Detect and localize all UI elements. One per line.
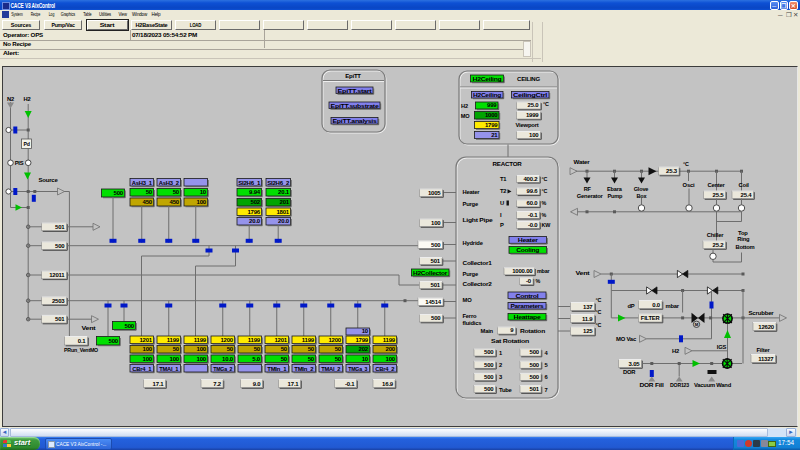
- svg-text:TMGa_3: TMGa_3: [348, 366, 367, 372]
- svg-text:T2: T2: [500, 188, 506, 194]
- svg-text:Purge: Purge: [463, 271, 479, 277]
- svg-text:CEILING: CEILING: [517, 76, 541, 82]
- svg-text:Pump: Pump: [607, 193, 623, 199]
- svg-text:1199: 1199: [302, 337, 315, 343]
- svg-text:Vent: Vent: [576, 270, 590, 276]
- svg-text:°C: °C: [596, 297, 602, 303]
- svg-text:500: 500: [530, 374, 540, 380]
- svg-text:3: 3: [499, 374, 503, 380]
- svg-text:450: 450: [170, 199, 180, 205]
- svg-text:1199: 1199: [383, 337, 396, 343]
- svg-text:7.2: 7.2: [213, 381, 222, 387]
- svg-text:TMAl_1: TMAl_1: [159, 366, 178, 372]
- svg-text:200: 200: [386, 346, 396, 352]
- svg-text:RF: RF: [584, 186, 592, 192]
- svg-text:Help: Help: [152, 11, 161, 17]
- svg-text:07/18/2023 05:54:52 PM: 07/18/2023 05:54:52 PM: [132, 32, 198, 38]
- svg-text:500: 500: [530, 362, 540, 368]
- svg-text:Scrubber: Scrubber: [749, 310, 775, 316]
- svg-text:17.1: 17.1: [153, 381, 165, 387]
- svg-text:N2: N2: [7, 96, 14, 102]
- svg-text:Graphics: Graphics: [61, 11, 76, 17]
- svg-text:FILTER: FILTER: [641, 315, 661, 321]
- svg-text:AsH3_2: AsH3_2: [159, 180, 179, 186]
- svg-text:Utilities: Utilities: [99, 11, 111, 17]
- svg-text:IGS: IGS: [717, 344, 727, 350]
- svg-text:60.0: 60.0: [527, 200, 539, 206]
- svg-text:0.0: 0.0: [652, 302, 661, 308]
- svg-text:%: %: [542, 212, 547, 218]
- svg-text:H2Ceiling: H2Ceiling: [473, 76, 503, 82]
- svg-text:TMGa_2: TMGa_2: [213, 366, 232, 372]
- svg-text:Sources: Sources: [11, 22, 31, 28]
- svg-text:Cooling: Cooling: [516, 247, 540, 253]
- svg-text:Window: Window: [132, 11, 147, 17]
- svg-text:1: 1: [499, 350, 503, 356]
- svg-text:EpiTT: EpiTT: [345, 73, 361, 79]
- svg-text:100: 100: [529, 132, 539, 138]
- svg-text:Start: Start: [100, 22, 115, 28]
- svg-text:Pd: Pd: [23, 141, 29, 147]
- svg-text:H2Ceiling: H2Ceiling: [473, 92, 501, 98]
- svg-text:25.5: 25.5: [713, 192, 725, 198]
- svg-text:500: 500: [431, 242, 441, 248]
- svg-text:50: 50: [254, 346, 261, 352]
- svg-text:9.0: 9.0: [253, 381, 262, 387]
- svg-text:501: 501: [530, 386, 540, 392]
- svg-text:500: 500: [484, 362, 494, 368]
- svg-text:500: 500: [55, 243, 65, 249]
- svg-text:fluidics: fluidics: [463, 320, 482, 326]
- svg-text:1000.00: 1000.00: [512, 268, 533, 274]
- svg-text:-0: -0: [526, 278, 532, 284]
- svg-text:°C: °C: [542, 176, 548, 182]
- svg-text:Ebara: Ebara: [607, 186, 623, 192]
- svg-text:Heattape: Heattape: [514, 314, 541, 320]
- svg-text:450: 450: [143, 199, 153, 205]
- svg-text:Vent: Vent: [82, 325, 96, 331]
- svg-text:100: 100: [197, 346, 207, 352]
- svg-text:501: 501: [431, 282, 441, 288]
- svg-text:1999: 1999: [526, 112, 539, 118]
- svg-text:Heater: Heater: [463, 189, 481, 195]
- svg-text:Recipe: Recipe: [31, 11, 41, 17]
- svg-text:500: 500: [484, 386, 494, 392]
- svg-text:20.0: 20.0: [278, 218, 290, 224]
- svg-text:501: 501: [55, 224, 65, 230]
- svg-text:500: 500: [125, 323, 135, 329]
- svg-text:CeilingCtrl: CeilingCtrl: [513, 92, 548, 98]
- svg-text:1199: 1199: [167, 337, 180, 343]
- svg-text:1199: 1199: [248, 337, 261, 343]
- svg-text:100: 100: [143, 356, 153, 362]
- svg-text:°C: °C: [596, 309, 602, 315]
- svg-text:7: 7: [545, 387, 548, 393]
- svg-text:5: 5: [545, 362, 549, 368]
- svg-text:1201: 1201: [139, 337, 152, 343]
- svg-text:Heater: Heater: [518, 237, 539, 243]
- svg-text:125: 125: [583, 328, 593, 334]
- svg-text:H2: H2: [672, 348, 679, 354]
- svg-text:25.2: 25.2: [713, 242, 725, 248]
- svg-text:Log: Log: [49, 11, 55, 17]
- svg-text:DOR Fill: DOR Fill: [640, 382, 665, 388]
- svg-text:1000: 1000: [485, 112, 498, 118]
- svg-text:U: U: [500, 200, 504, 206]
- svg-text:CBr4_2: CBr4_2: [375, 366, 394, 372]
- svg-text:Light Pipe: Light Pipe: [463, 217, 494, 223]
- svg-text:System: System: [11, 11, 23, 17]
- svg-text:MO Vac: MO Vac: [616, 336, 637, 342]
- svg-text:Vacuum Wand: Vacuum Wand: [694, 382, 732, 388]
- svg-text:%: %: [536, 278, 541, 284]
- svg-text:1799: 1799: [485, 122, 498, 128]
- svg-text:DOR123: DOR123: [670, 382, 689, 388]
- svg-text:50: 50: [173, 346, 180, 352]
- svg-text:AsH3_1: AsH3_1: [132, 180, 152, 186]
- svg-text:DOR: DOR: [623, 369, 636, 375]
- svg-text:TMIn_2: TMIn_2: [294, 366, 313, 372]
- svg-text:16.9: 16.9: [382, 381, 394, 387]
- svg-text:1799: 1799: [355, 337, 368, 343]
- svg-text:Table: Table: [83, 11, 91, 17]
- svg-text:Sat Rotation: Sat Rotation: [491, 338, 530, 344]
- svg-text:REACTOR: REACTOR: [492, 160, 522, 167]
- svg-text:°C: °C: [683, 161, 689, 167]
- svg-text:500: 500: [484, 374, 494, 380]
